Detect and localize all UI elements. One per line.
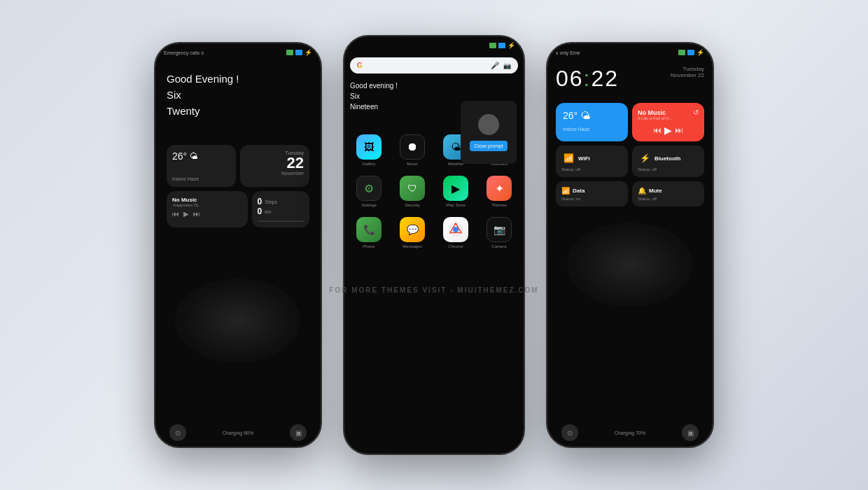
wifi-toggle[interactable]: 📶 WiFi Status: off — [556, 146, 628, 177]
music-refresh-icon[interactable]: ↺ — [693, 108, 699, 116]
chrome-icon — [443, 217, 468, 242]
phone-2: ⚡ G 🎤 📷 Close prompt Good evening ! Six … — [343, 35, 525, 455]
close-prompt-button[interactable]: Close prompt — [470, 141, 507, 151]
status-left-3: s only Eme — [556, 50, 580, 55]
music-controls-1: ⏮ ▶ ⏭ — [172, 210, 242, 218]
widgets-row-2: No Music -happiness DL ⏮ ▶ ⏭ 0 Steps 0 — [167, 191, 309, 227]
weather-widget-3: 26° 🌤 Indore Haze — [556, 103, 628, 141]
wifi-signal-icon: 📶 — [564, 153, 574, 163]
phone3-main: 06:22 Tuesday November 22 26° 🌤 Indore H… — [547, 59, 713, 419]
mute-icon: 🔔 — [638, 187, 646, 195]
app-playstore[interactable]: ▶ Play Store — [437, 176, 475, 207]
wifi-header: 📶 WiFi — [561, 151, 622, 165]
battery-icon-3: ⚡ — [696, 49, 704, 56]
google-logo: G — [357, 62, 363, 69]
status-left-1: Emergency calls o — [164, 50, 204, 55]
music-title-3: No Music — [638, 109, 666, 116]
date-widget-1: Tuesday 22 November — [240, 145, 309, 187]
svg-point-1 — [453, 227, 458, 232]
gallery-icon: 🖼 — [356, 134, 382, 160]
status-bar-3: s only Eme ⚡ — [547, 43, 713, 59]
camera-icon: 📷 — [486, 217, 512, 242]
security-label: Security — [405, 203, 420, 207]
google-search-bar[interactable]: G 🎤 📷 — [350, 57, 518, 74]
clock-time: 06:22 — [556, 66, 619, 92]
home-dot-1[interactable]: ⊙ — [169, 424, 186, 441]
wifi-icon-wrap: 📶 — [561, 151, 575, 165]
battery-icon-2: ⚡ — [507, 42, 515, 49]
prev-btn-3[interactable]: ⏮ — [653, 125, 662, 135]
music-icon: ⏺ — [400, 134, 425, 160]
app-camera[interactable]: 📷 Camera — [480, 217, 518, 248]
phone-3: s only Eme ⚡ 06:22 Tuesday November 22 — [546, 42, 714, 448]
app-settings[interactable]: ⚙ Settings — [350, 176, 388, 207]
km-row-1: 0 km — [258, 206, 304, 216]
mute-header: 🔔 Mute — [638, 187, 699, 195]
prev-button-1[interactable]: ⏮ — [172, 210, 179, 218]
gallery-label: Gallery — [362, 162, 375, 166]
wifi-status-text: Status: off — [561, 167, 622, 172]
clock-minutes: 22 — [591, 66, 619, 91]
next-btn-3[interactable]: ⏭ — [675, 125, 683, 135]
voice-overlay: Close prompt — [461, 101, 517, 164]
watermark-text: FOR MORE THEMES VISIT - MIUITHEMEZ.COM — [329, 286, 538, 294]
weather-label-1: Indore Haze — [172, 176, 230, 181]
assistant-time: Six — [350, 92, 518, 100]
app-phone[interactable]: 📞 Phone — [350, 217, 388, 248]
wifi-status-icon — [295, 50, 302, 55]
settings-icon: ⚙ — [356, 176, 382, 201]
settings-label: Settings — [361, 203, 377, 207]
play-button-1[interactable]: ▶ — [183, 210, 189, 218]
bg-decoration-3 — [567, 223, 693, 307]
recent-btn-1[interactable]: ▣ — [290, 424, 307, 441]
voice-circle — [478, 114, 499, 135]
music-widget-3: No Music ↺ 0 Lite is Full of H... ⏮ ▶ ⏭ — [632, 103, 704, 141]
clock-month-date: November 22 — [671, 72, 704, 78]
km-value-1: 0 — [258, 206, 262, 216]
mic-icon[interactable]: 🎤 — [491, 62, 499, 69]
wifi-icon-3 — [687, 50, 694, 55]
phone2-main: G 🎤 📷 Close prompt Good evening ! Six Ni… — [344, 52, 524, 454]
security-icon: 🛡 — [400, 176, 425, 201]
status-bar-1: Emergency calls o ⚡ — [155, 43, 321, 59]
app-gallery[interactable]: 🖼 Gallery — [350, 134, 388, 166]
weather-cloud-3: 🌤 — [580, 110, 590, 121]
clock-date-area: Tuesday November 22 — [671, 66, 704, 78]
mute-toggle[interactable]: 🔔 Mute Status: off — [632, 181, 704, 206]
time-word-1: Six — [167, 89, 309, 101]
wifi-name: WiFi — [578, 155, 590, 162]
lens-icon[interactable]: 📷 — [503, 62, 511, 69]
recent-btn-3[interactable]: ▣ — [682, 424, 699, 441]
status-icons-3: ⚡ — [678, 49, 704, 56]
themes-icon: ✦ — [486, 176, 512, 201]
month-label-1: November — [281, 171, 304, 176]
phone-1-screen: Emergency calls o ⚡ Good Evening ! Six T… — [155, 43, 321, 447]
phone-icon: 📞 — [356, 217, 382, 242]
data-toggle[interactable]: 📶 Data Status: on — [556, 181, 628, 206]
clock-display: 06:22 Tuesday November 22 — [556, 66, 704, 92]
clock-weekday: Tuesday — [671, 66, 704, 72]
app-security[interactable]: 🛡 Security — [393, 176, 431, 207]
signal-icon — [286, 50, 293, 55]
date-num-1: 22 — [287, 155, 304, 171]
playstore-label: Play Store — [446, 203, 465, 207]
messages-icon: 💬 — [400, 217, 425, 242]
clock-hour: 06 — [556, 66, 584, 91]
messages-label: Messages — [402, 244, 421, 248]
bluetooth-toggle[interactable]: ⚡ Bluetooth Status: off — [632, 146, 704, 177]
clock-separator: : — [584, 66, 592, 91]
data-name-label: Data — [573, 188, 584, 194]
assistant-greeting: Good evening ! — [350, 82, 518, 90]
chrome-label: Chrome — [448, 244, 463, 248]
app-chrome[interactable]: Chrome — [437, 217, 475, 248]
status-icons-1: ⚡ — [286, 49, 312, 56]
app-grid-row3: 📞 Phone 💬 Messages Chrome — [350, 214, 518, 251]
play-btn-3[interactable]: ▶ — [664, 125, 672, 136]
bt-icon-wrap: ⚡ — [638, 151, 652, 165]
next-button-1[interactable]: ⏭ — [193, 210, 200, 218]
app-music[interactable]: ⏺ Music — [393, 134, 431, 166]
km-label-1: km — [265, 209, 271, 214]
home-dot-3[interactable]: ⊙ — [561, 424, 578, 441]
app-messages[interactable]: 💬 Messages — [393, 217, 431, 248]
app-themes[interactable]: ✦ Themes — [480, 176, 518, 207]
